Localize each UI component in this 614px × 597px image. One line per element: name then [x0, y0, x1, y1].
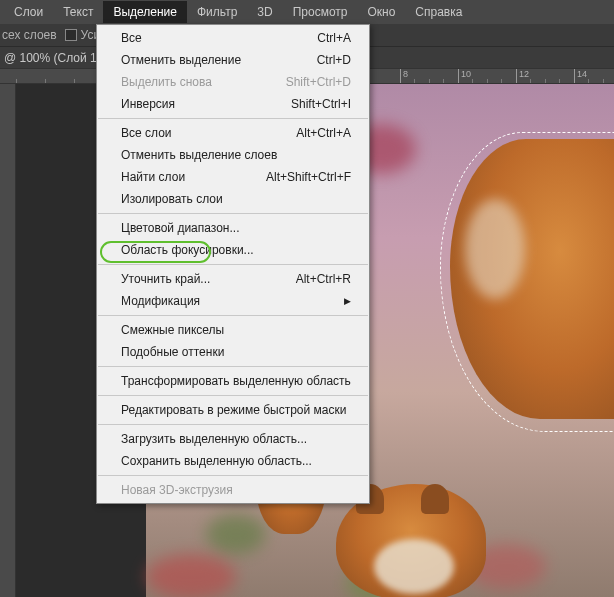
menubar-item-3d[interactable]: 3D: [247, 1, 282, 23]
menu-item-label: Выделить снова: [121, 74, 212, 90]
menu-item[interactable]: Трансформировать выделенную область: [97, 370, 369, 392]
menu-item[interactable]: Отменить выделениеCtrl+D: [97, 49, 369, 71]
menu-item[interactable]: ВсеCtrl+A: [97, 27, 369, 49]
menu-item-label: Отменить выделение: [121, 52, 241, 68]
menubar-item-фильтр[interactable]: Фильтр: [187, 1, 247, 23]
menubar-item-текст[interactable]: Текст: [53, 1, 103, 23]
menu-item-shortcut: Alt+Ctrl+R: [296, 271, 351, 287]
menu-item[interactable]: Загрузить выделенную область...: [97, 428, 369, 450]
menubar-item-слои[interactable]: Слои: [4, 1, 53, 23]
menu-item-label: Смежные пикселы: [121, 322, 224, 338]
menu-item[interactable]: Смежные пикселы: [97, 319, 369, 341]
menubar-item-окно[interactable]: Окно: [357, 1, 405, 23]
menu-item-label: Все: [121, 30, 142, 46]
menu-item-shortcut: Alt+Shift+Ctrl+F: [266, 169, 351, 185]
document-tab-title[interactable]: @ 100% (Слой 1: [4, 51, 97, 65]
menu-item-label: Сохранить выделенную область...: [121, 453, 312, 469]
menu-item-label: Новая 3D-экструзия: [121, 482, 233, 498]
menu-item[interactable]: Изолировать слои: [97, 188, 369, 210]
menu-separator: [98, 264, 368, 265]
menu-item-label: Подобные оттенки: [121, 344, 224, 360]
menu-item-label: Область фокусировки...: [121, 242, 254, 258]
menu-item-label: Модификация: [121, 293, 200, 309]
menu-item[interactable]: Все слоиAlt+Ctrl+A: [97, 122, 369, 144]
ruler-tick: 14: [574, 69, 587, 84]
menu-separator: [98, 475, 368, 476]
menu-item-label: Отменить выделение слоев: [121, 147, 277, 163]
menu-item-shortcut: Ctrl+D: [317, 52, 351, 68]
menubar-item-выделение[interactable]: Выделение: [103, 1, 187, 23]
menu-item-label: Редактировать в режиме быстрой маски: [121, 402, 346, 418]
menu-item[interactable]: Найти слоиAlt+Shift+Ctrl+F: [97, 166, 369, 188]
menu-item-shortcut: Ctrl+A: [317, 30, 351, 46]
menu-separator: [98, 395, 368, 396]
menu-item[interactable]: Сохранить выделенную область...: [97, 450, 369, 472]
menu-separator: [98, 118, 368, 119]
menu-item-label: Цветовой диапазон...: [121, 220, 239, 236]
menu-item[interactable]: Редактировать в режиме быстрой маски: [97, 399, 369, 421]
menu-item-label: Изолировать слои: [121, 191, 223, 207]
menubar: СлоиТекстВыделениеФильтр3DПросмотрОкноСп…: [0, 0, 614, 24]
ruler-tick: 10: [458, 69, 471, 84]
ruler-vertical: [0, 84, 16, 597]
menu-item-label: Трансформировать выделенную область: [121, 373, 351, 389]
menubar-item-просмотр[interactable]: Просмотр: [283, 1, 358, 23]
ruler-tick: 12: [516, 69, 529, 84]
menu-item[interactable]: Цветовой диапазон...: [97, 217, 369, 239]
menu-separator: [98, 315, 368, 316]
menu-item-label: Загрузить выделенную область...: [121, 431, 307, 447]
menu-item[interactable]: ИнверсияShift+Ctrl+I: [97, 93, 369, 115]
options-label-fragment: сех слоев: [2, 28, 57, 42]
menu-item-label: Найти слои: [121, 169, 185, 185]
menu-item: Новая 3D-экструзия: [97, 479, 369, 501]
menu-separator: [98, 213, 368, 214]
menu-separator: [98, 424, 368, 425]
menu-select-dropdown: ВсеCtrl+AОтменить выделениеCtrl+DВыделит…: [96, 24, 370, 504]
menu-item[interactable]: Отменить выделение слоев: [97, 144, 369, 166]
menu-item-shortcut: Alt+Ctrl+A: [296, 125, 351, 141]
enhance-checkbox[interactable]: [65, 29, 77, 41]
menu-item-shortcut: Shift+Ctrl+D: [286, 74, 351, 90]
menu-item-label: Все слои: [121, 125, 172, 141]
menu-item-shortcut: Shift+Ctrl+I: [291, 96, 351, 112]
ruler-tick: 8: [400, 69, 408, 84]
menu-item[interactable]: Уточнить край...Alt+Ctrl+R: [97, 268, 369, 290]
menu-item[interactable]: Подобные оттенки: [97, 341, 369, 363]
menu-item[interactable]: Область фокусировки...: [97, 239, 369, 261]
menu-item-label: Инверсия: [121, 96, 175, 112]
menu-item-label: Уточнить край...: [121, 271, 210, 287]
menu-item: Выделить сноваShift+Ctrl+D: [97, 71, 369, 93]
menu-item[interactable]: Модификация▶: [97, 290, 369, 312]
submenu-arrow-icon: ▶: [344, 293, 351, 309]
menubar-item-справка[interactable]: Справка: [405, 1, 472, 23]
menu-separator: [98, 366, 368, 367]
